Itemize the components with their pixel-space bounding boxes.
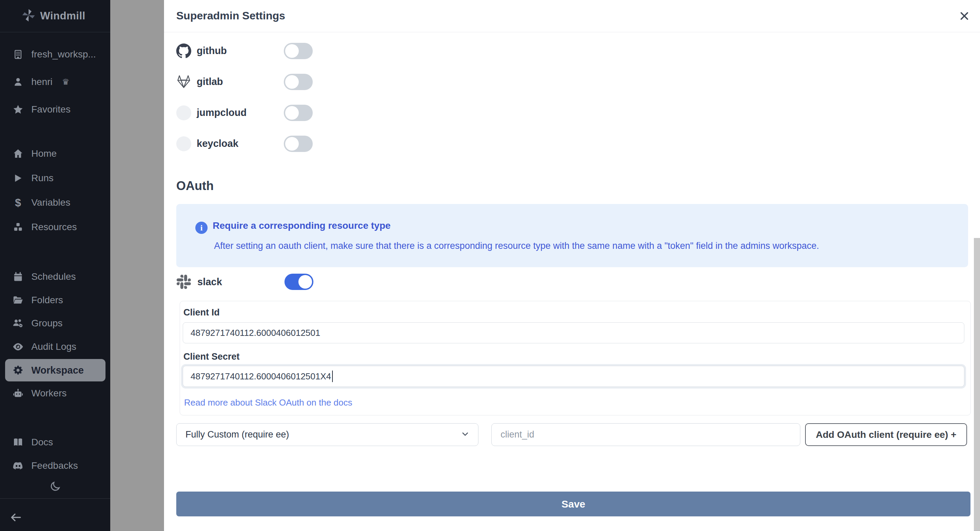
app-logo-text: Windmill: [40, 10, 86, 22]
sidebar-item-variables[interactable]: $ Variables: [12, 193, 70, 212]
calendar-icon: [12, 272, 24, 282]
play-icon: [12, 173, 24, 183]
modal-header: Superadmin Settings: [164, 0, 980, 32]
sidebar-item-label: Favorites: [31, 104, 70, 115]
app-logo[interactable]: Windmill: [0, 0, 110, 32]
provider-label: github: [197, 45, 263, 56]
sidebar-item-favorites[interactable]: Favorites: [12, 100, 70, 119]
sidebar-item-folders[interactable]: Folders: [12, 291, 63, 310]
blank-circle-icon: [176, 136, 191, 151]
github-toggle[interactable]: [284, 43, 313, 59]
oauth-kind-select[interactable]: Fully Custom (require ee): [176, 423, 479, 446]
star-icon: [12, 104, 24, 115]
provider-row-gitlab: gitlab: [176, 66, 968, 97]
keycloak-toggle[interactable]: [284, 136, 313, 152]
workspace-name: fresh_worksp...: [31, 49, 96, 60]
add-oauth-client-row: Fully Custom (require ee) Add OAuth clie…: [164, 423, 980, 446]
page-title: Superadmin Settings: [176, 10, 285, 22]
sidebar-item-label: Schedules: [31, 271, 76, 282]
chevron-down-icon: [460, 430, 470, 440]
folder-icon: [12, 295, 24, 306]
eye-icon: [12, 341, 24, 352]
text-caret: [332, 371, 333, 382]
superadmin-crown-icon: ♛: [62, 77, 69, 87]
toggle-knob: [285, 44, 299, 58]
sidebar-item-resources[interactable]: Resources: [12, 217, 77, 236]
sidebar-item-label: Feedbacks: [31, 460, 78, 471]
github-icon: [176, 43, 191, 59]
info-icon: i: [195, 222, 208, 234]
sidebar-item-feedbacks[interactable]: Feedbacks: [12, 456, 78, 475]
sidebar-item-schedules[interactable]: Schedules: [12, 267, 76, 286]
info-banner: [176, 204, 968, 267]
provider-label: keycloak: [197, 138, 263, 149]
sidebar-item-docs[interactable]: Docs: [12, 433, 53, 452]
robot-icon: [12, 388, 24, 399]
client-secret-value: 4879271740112.6000406012501X4: [191, 371, 331, 382]
cubes-icon: [12, 222, 24, 233]
book-icon: [12, 437, 24, 448]
sidebar-item-groups[interactable]: Groups: [12, 314, 63, 333]
sidebar-item-workspace-switcher[interactable]: fresh_worksp...: [12, 45, 96, 64]
sidebar-item-label: Docs: [31, 437, 53, 448]
close-button[interactable]: [958, 10, 970, 22]
toggle-knob: [285, 75, 299, 89]
arrow-left-icon: [10, 511, 22, 525]
user-icon: [12, 77, 24, 87]
provider-label: jumpcloud: [197, 107, 263, 118]
users-icon: [12, 317, 24, 329]
sso-provider-list: github gitlab jumpcloud keycloak: [176, 35, 968, 159]
info-banner-body: After setting an oauth client, make sure…: [214, 241, 819, 251]
provider-label: gitlab: [197, 76, 263, 87]
client-id-input[interactable]: 4879271740112.6000406012501: [183, 322, 964, 343]
toggle-knob: [285, 106, 299, 120]
info-banner-title: Require a corresponding resource type: [213, 220, 391, 231]
jumpcloud-toggle[interactable]: [284, 105, 313, 121]
sidebar-item-audit-logs[interactable]: Audit Logs: [12, 337, 76, 356]
windmill-logo-icon: [22, 8, 35, 24]
oauth-kind-selected-value: Fully Custom (require ee): [185, 430, 289, 440]
modal-backdrop[interactable]: [110, 0, 164, 531]
collapse-sidebar-button[interactable]: [10, 509, 22, 528]
gitlab-toggle[interactable]: [284, 74, 313, 90]
oauth-section-heading: OAuth: [176, 179, 214, 193]
sidebar-item-home[interactable]: Home: [12, 144, 57, 163]
dollar-icon: $: [12, 197, 24, 209]
sidebar-item-label: Variables: [31, 197, 70, 208]
provider-label: slack: [197, 276, 264, 288]
sidebar-item-workspace[interactable]: Workspace: [5, 359, 105, 381]
sidebar-item-label: Groups: [31, 318, 63, 329]
client-secret-input[interactable]: 4879271740112.6000406012501X4: [183, 366, 964, 387]
app-root: Windmill fresh_worksp... henri ♛ Favorit…: [0, 0, 980, 531]
slack-toggle[interactable]: [285, 274, 313, 290]
client-secret-label: Client Secret: [183, 352, 240, 362]
toggle-knob: [298, 275, 312, 288]
theme-toggle[interactable]: [0, 481, 110, 494]
vertical-scrollbar[interactable]: [974, 238, 980, 531]
sidebar-item-user[interactable]: henri ♛: [12, 72, 69, 92]
close-icon: [959, 11, 970, 22]
client-id-label: Client Id: [183, 308, 220, 318]
slack-oauth-docs-link[interactable]: Read more about Slack OAuth on the docs: [184, 398, 352, 408]
building-icon: [12, 49, 24, 60]
add-oauth-client-button[interactable]: Add OAuth client (require ee) +: [805, 423, 967, 446]
superadmin-settings-modal: Superadmin Settings github gitlab: [164, 0, 980, 531]
sidebar: Windmill fresh_worksp... henri ♛ Favorit…: [0, 0, 110, 531]
slack-icon: [176, 274, 191, 289]
toggle-knob: [285, 137, 299, 151]
sidebar-item-label: Audit Logs: [31, 341, 76, 352]
sidebar-item-label: Workers: [31, 388, 67, 399]
sidebar-item-label: Runs: [31, 173, 53, 184]
blank-circle-icon: [176, 105, 191, 120]
sidebar-item-runs[interactable]: Runs: [12, 169, 53, 188]
save-button[interactable]: Save: [176, 491, 970, 517]
sidebar-item-workers[interactable]: Workers: [12, 384, 67, 403]
discord-icon: [12, 460, 24, 471]
provider-row-slack: slack: [176, 274, 313, 290]
home-icon: [12, 148, 24, 159]
sidebar-divider: [0, 498, 110, 499]
slack-oauth-config-box: Client Id 4879271740112.6000406012501 Cl…: [180, 301, 971, 415]
provider-row-keycloak: keycloak: [176, 128, 968, 159]
new-client-id-input[interactable]: [492, 423, 800, 446]
provider-row-jumpcloud: jumpcloud: [176, 97, 968, 128]
